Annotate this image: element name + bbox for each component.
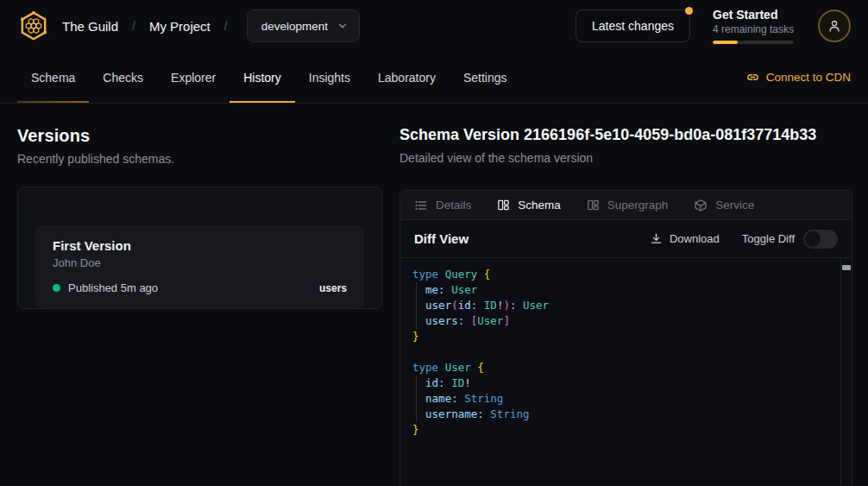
- target-nav-tabs: Schema Checks Explorer History Insights …: [0, 52, 868, 104]
- tab-explorer[interactable]: Explorer: [157, 52, 230, 103]
- detail-tabs: Details Schema Supergr: [400, 191, 852, 220]
- get-started-progress-fill: [713, 41, 738, 44]
- published-status-dot: [53, 284, 60, 292]
- version-list-item[interactable]: First Version John Doe Published 5m ago …: [35, 225, 364, 308]
- target-selector-dropdown[interactable]: development: [247, 9, 360, 42]
- toggle-knob: [805, 231, 821, 247]
- top-header: The Guild / My Project / development Lat…: [0, 0, 868, 52]
- tab-checks[interactable]: Checks: [89, 52, 157, 103]
- versions-panel: Versions Recently published schemas. Fir…: [0, 104, 399, 309]
- code-lines: type Query { me: User user(id: ID!): Use…: [412, 267, 831, 438]
- tab-schema-inner[interactable]: Schema: [497, 199, 561, 211]
- target-selector-value: development: [261, 20, 328, 33]
- toggle-diff-group: Toggle Diff: [742, 230, 838, 249]
- tab-laboratory[interactable]: Laboratory: [364, 52, 450, 103]
- scrollbar-thumb[interactable]: [842, 265, 851, 270]
- tab-schema[interactable]: Schema: [17, 52, 89, 103]
- version-author: John Doe: [53, 256, 347, 269]
- breadcrumb-separator: /: [223, 19, 230, 33]
- link-icon: [746, 71, 759, 84]
- service-tag: users: [319, 282, 347, 294]
- versions-title: Versions: [17, 126, 382, 146]
- schema-code-editor[interactable]: type Query { me: User user(id: ID!): Use…: [400, 258, 852, 486]
- download-button[interactable]: Download: [650, 232, 720, 245]
- latest-changes-label: Latest changes: [592, 19, 674, 33]
- project-name[interactable]: My Project: [149, 19, 211, 34]
- notification-dot: [685, 7, 693, 15]
- download-icon: [650, 232, 663, 245]
- get-started-progress-bar: [713, 41, 794, 44]
- schema-version-detail-box: Details Schema Supergr: [399, 190, 852, 486]
- diff-actions: Download Toggle Diff: [650, 230, 838, 249]
- hive-logo-icon[interactable]: [17, 9, 50, 42]
- person-icon: [827, 18, 842, 34]
- columns-layout-icon: [497, 199, 510, 211]
- diff-view-title: Diff View: [414, 231, 469, 246]
- version-status-row: Published 5m ago users: [53, 281, 347, 294]
- schema-version-subtitle: Detailed view of the schema version: [399, 151, 852, 165]
- tab-supergraph[interactable]: Supergraph: [587, 199, 669, 211]
- tab-settings[interactable]: Settings: [450, 52, 521, 103]
- tab-details[interactable]: Details: [414, 199, 471, 212]
- latest-changes-button[interactable]: Latest changes: [576, 9, 690, 42]
- get-started-title: Get Started: [713, 8, 796, 22]
- get-started-widget[interactable]: Get Started 4 remaining tasks: [713, 8, 796, 44]
- published-status-text: Published 5m ago: [68, 281, 158, 294]
- breadcrumb-separator: /: [130, 19, 137, 33]
- versions-list-card: First Version John Doe Published 5m ago …: [17, 186, 382, 309]
- tab-insights[interactable]: Insights: [295, 52, 364, 103]
- schema-version-panel: Schema Version 2166196f-5e10-4059-bd0a-0…: [399, 104, 868, 486]
- get-started-remaining-tasks: 4 remaining tasks: [713, 23, 796, 35]
- list-icon: [414, 199, 428, 212]
- toggle-diff-label: Toggle Diff: [742, 232, 795, 245]
- tab-service[interactable]: Service: [694, 199, 754, 212]
- cube-icon: [694, 199, 708, 212]
- tab-underline: [17, 101, 89, 103]
- version-name: First Version: [53, 238, 347, 253]
- user-avatar[interactable]: [818, 9, 851, 42]
- columns-layout-icon: [587, 199, 600, 211]
- schema-version-title: Schema Version 2166196f-5e10-4059-bd0a-0…: [399, 126, 852, 144]
- tab-underline-active: [230, 101, 295, 103]
- versions-subtitle: Recently published schemas.: [17, 152, 382, 166]
- diff-view-header: Diff View Download Toggle Diff: [400, 220, 852, 258]
- header-right-group: Latest changes Get Started 4 remaining t…: [576, 8, 851, 44]
- toggle-diff-switch[interactable]: [803, 230, 838, 249]
- editor-vertical-scrollbar[interactable]: [840, 258, 852, 486]
- tab-history[interactable]: History: [230, 52, 295, 103]
- chevron-down-icon: [337, 20, 349, 32]
- org-name[interactable]: The Guild: [62, 19, 118, 34]
- connect-to-cdn-button[interactable]: Connect to CDN: [746, 52, 851, 103]
- main-content: Versions Recently published schemas. Fir…: [0, 104, 868, 486]
